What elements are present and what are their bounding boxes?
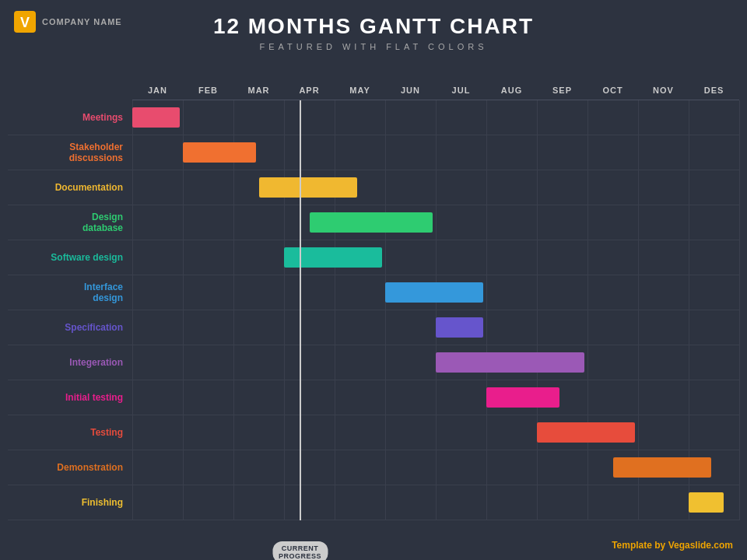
month-label-des: DES (689, 86, 739, 95)
gantt-bar (132, 107, 180, 128)
month-label-apr: APR (284, 86, 335, 95)
footer-text: Template by (612, 540, 668, 551)
months-row: JANFEBMARAPRMAYJUNJULAUGSEPOCTNOVDES (132, 86, 739, 100)
gantt-bar (689, 492, 724, 513)
gantt-row: Designdatabase (8, 205, 739, 240)
month-label-aug: AUG (486, 86, 537, 95)
gantt-bar (613, 457, 711, 478)
task-bars-area (132, 170, 739, 205)
task-bars-area (132, 240, 739, 275)
gantt-row: Initial testing (8, 380, 739, 415)
month-label-jan: JAN (132, 86, 183, 95)
task-label: Specification (8, 319, 132, 336)
month-label-nov: NOV (638, 86, 689, 95)
gantt-bar (183, 142, 256, 163)
task-bars-area (132, 100, 739, 135)
month-label-oct: OCT (587, 86, 638, 95)
gantt-bar (436, 352, 584, 373)
gantt-bar (284, 247, 382, 268)
task-label: Interfacedesign (8, 278, 132, 307)
gantt-row: Testing (8, 415, 739, 450)
gantt-row: Software design (8, 240, 739, 275)
gantt-row: Interfacedesign (8, 275, 739, 310)
month-label-jul: JUL (436, 86, 486, 95)
month-label-feb: FEB (183, 86, 233, 95)
logo-icon: V (14, 11, 36, 33)
gantt-bar (259, 177, 357, 198)
task-bars-area (132, 450, 739, 485)
task-bars-area (132, 345, 739, 380)
task-label: Integeration (8, 354, 132, 371)
task-bars-area (132, 415, 739, 450)
task-bars-area (132, 135, 739, 170)
task-label: Testing (8, 424, 132, 441)
gantt-bar (436, 317, 483, 338)
task-bars-area (132, 310, 739, 345)
gantt-row: Finishing (8, 485, 739, 520)
task-label: Designdatabase (8, 208, 132, 237)
chart-subtitle: FEATURED WITH FLAT COLORS (0, 42, 747, 51)
task-bars-area (132, 275, 739, 310)
footer: Template by Vegaslide.com (612, 540, 733, 551)
task-label: Meetings (8, 109, 132, 126)
month-label-jun: JUN (385, 86, 436, 95)
footer-brand: Vegaslide.com (668, 540, 733, 551)
month-label-may: MAY (335, 86, 385, 95)
gantt-bar (486, 387, 559, 408)
task-label: Software design (8, 249, 132, 266)
progress-label: CURRENTPROGRESS (272, 541, 328, 560)
gantt-row: Integeration (8, 345, 739, 380)
gantt-row: Meetings (8, 100, 739, 135)
gantt-row: Specification (8, 310, 739, 345)
gantt-row: Demonstration (8, 450, 739, 485)
task-label: Stakeholderdiscussions (8, 138, 132, 167)
gantt-row: Stakeholderdiscussions (8, 135, 739, 170)
task-label: Initial testing (8, 389, 132, 406)
gantt-bar (385, 282, 483, 303)
company-name: COMPANY NAME (42, 17, 122, 26)
task-label: Demonstration (8, 459, 132, 476)
task-label: Documentation (8, 179, 132, 196)
gantt-body: CURRENTPROGRESSMeetingsStakeholderdiscus… (8, 100, 739, 520)
task-bars-area (132, 205, 739, 240)
chart-area: JANFEBMARAPRMAYJUNJULAUGSEPOCTNOVDES CUR… (8, 86, 739, 498)
task-bars-area (132, 485, 739, 520)
gantt-bar (310, 212, 433, 233)
task-bars-area (132, 380, 739, 415)
task-label: Finishing (8, 494, 132, 511)
logo-area: V COMPANY NAME (14, 11, 122, 33)
gantt-row: Documentation (8, 170, 739, 205)
month-label-mar: MAR (233, 86, 284, 95)
gantt-bar (537, 422, 635, 443)
svg-text:V: V (20, 15, 30, 30)
month-label-sep: SEP (537, 86, 587, 95)
